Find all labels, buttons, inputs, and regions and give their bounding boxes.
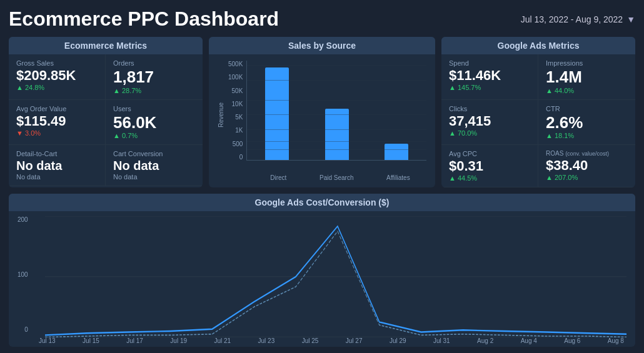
y-label-0: 0	[239, 154, 243, 161]
date-range[interactable]: Jul 13, 2022 - Aug 9, 2022 ▼	[521, 14, 635, 24]
x-label-paid-search: Paid Search	[319, 174, 353, 181]
grid-line-2	[247, 80, 426, 81]
ecommerce-metrics-panel: Ecommerce Metrics Gross Sales $209.85K 2…	[9, 37, 203, 187]
avg-order-change: 3.0%	[16, 129, 98, 137]
y-label-10k: 10K	[232, 101, 243, 107]
impressions-label: Impressions	[546, 59, 628, 67]
x-label-jul21: Jul 21	[214, 337, 231, 344]
x-label-jul13: Jul 13	[39, 337, 56, 344]
spend-value: $11.46K	[449, 68, 530, 83]
users-change: 0.7%	[113, 132, 195, 139]
metric-orders: Orders 1,817 28.7%	[106, 54, 203, 100]
x-label-jul23: Jul 23	[258, 337, 275, 344]
roas-value: $38.40	[546, 158, 628, 173]
orders-change: 28.7%	[113, 87, 195, 94]
x-label-affiliates: Affiliates	[386, 174, 410, 181]
y-label-100: 100	[18, 271, 28, 278]
metric-impressions: Impressions 1.4M 44.0%	[538, 54, 635, 100]
x-label-jul27: Jul 27	[346, 337, 363, 344]
cost-conversion-line-secondary	[45, 232, 626, 337]
avg-cpc-change: 44.5%	[449, 174, 530, 182]
y-axis-title: Revenue	[218, 102, 224, 127]
clicks-value: 37,415	[449, 114, 530, 129]
x-labels: Jul 13 Jul 15 Jul 17 Jul 19 Jul 21 Jul 2…	[36, 337, 626, 344]
bottom-y-labels: 200 100 0	[18, 216, 28, 333]
y-label-50k: 50K	[232, 87, 243, 94]
bottom-panel: Google Ads Cost/Conversion ($) 200 100 0	[9, 194, 635, 347]
orders-label: Orders	[113, 59, 195, 67]
bottom-chart-area: 200 100 0 Jul 13 Jul 15 Jul 17 Jul 19	[9, 211, 635, 347]
avg-order-label: Avg Order Value	[16, 105, 98, 112]
ctr-change: 18.1%	[546, 132, 628, 139]
bar-paid-search-rect	[325, 109, 349, 160]
x-label-jul25: Jul 25	[302, 337, 319, 344]
spend-change: 145.7%	[449, 84, 530, 91]
gross-sales-label: Gross Sales	[16, 59, 98, 67]
y-axis-labels: 0 500 1K 5K 10K 50K 100K 500K	[228, 61, 243, 161]
y-label-100k: 100K	[228, 74, 243, 81]
page-title: Ecommerce PPC Dashboard	[9, 7, 279, 31]
y-label-5k: 5K	[235, 114, 243, 121]
bar-affiliates	[385, 144, 408, 160]
bar-paid-search	[325, 109, 349, 160]
metric-users: Users 56.0K 0.7%	[106, 100, 203, 146]
sales-panel-title: Sales by Source	[209, 37, 435, 54]
metric-spend: Spend $11.46K 145.7%	[441, 54, 538, 100]
cart-conversion-value: No data	[113, 159, 195, 172]
roas-change: 207.0%	[546, 174, 628, 181]
cart-conversion-label: Cart Conversion	[113, 150, 195, 157]
avg-cpc-label: Avg CPC	[449, 150, 530, 157]
x-label-jul15: Jul 15	[83, 337, 99, 344]
x-label-jul31: Jul 31	[433, 337, 450, 344]
ctr-label: CTR	[546, 105, 628, 112]
orders-value: 1,817	[113, 68, 195, 86]
x-label-aug6: Aug 6	[564, 337, 580, 344]
metric-gross-sales: Gross Sales $209.85K 24.8%	[9, 54, 106, 100]
gross-sales-value: $209.85K	[16, 68, 98, 83]
clicks-label: Clicks	[449, 105, 530, 112]
x-label-aug4: Aug 4	[521, 337, 537, 344]
chevron-down-icon[interactable]: ▼	[626, 14, 635, 24]
metric-avg-cpc: Avg CPC $0.31 44.5%	[441, 145, 538, 187]
metric-ctr: CTR 2.6% 18.1%	[538, 100, 635, 146]
bar-direct-rect	[265, 67, 289, 160]
detail-to-cart-label: Detail-to-Cart	[16, 150, 98, 157]
ecommerce-panel-title: Ecommerce Metrics	[9, 37, 203, 54]
grid-line-3	[247, 100, 426, 101]
top-panels: Ecommerce Metrics Gross Sales $209.85K 2…	[9, 37, 635, 187]
cart-conversion-change: No data	[113, 173, 195, 181]
grid-line-7	[247, 149, 426, 150]
ecommerce-metrics-grid: Gross Sales $209.85K 24.8% Orders 1,817 …	[9, 54, 203, 186]
avg-cpc-value: $0.31	[449, 159, 530, 174]
impressions-value: 1.4M	[546, 68, 628, 86]
y-label-200: 200	[18, 216, 28, 223]
y-label-500k: 500K	[228, 61, 243, 67]
grid-line-1	[247, 65, 426, 66]
users-value: 56.0K	[113, 114, 195, 132]
y-label-1k: 1K	[235, 127, 243, 134]
grid-line-6	[247, 141, 426, 142]
metric-detail-to-cart: Detail-to-Cart No data No data	[9, 145, 106, 186]
detail-to-cart-change: No data	[16, 173, 98, 181]
detail-to-cart-value: No data	[16, 159, 98, 172]
google-ads-metrics-panel: Google Ads Metrics Spend $11.46K 145.7% …	[441, 37, 635, 187]
bar-chart	[246, 61, 426, 161]
x-label-jul19: Jul 19	[170, 337, 187, 344]
metric-roas: ROAS (conv. value/cost) $38.40 207.0%	[538, 145, 635, 187]
bar-affiliates-rect	[385, 144, 408, 160]
metric-avg-order-value: Avg Order Value $115.49 3.0%	[9, 100, 106, 146]
cost-conversion-line-main	[45, 227, 626, 336]
line-chart-svg	[45, 216, 626, 337]
users-label: Users	[113, 105, 195, 112]
x-label-jul17: Jul 17	[126, 337, 143, 344]
ctr-value: 2.6%	[546, 114, 628, 132]
clicks-change: 70.0%	[449, 129, 530, 137]
avg-order-value: $115.49	[16, 114, 98, 129]
gross-sales-change: 24.8%	[16, 84, 98, 91]
x-label-aug8: Aug 8	[608, 337, 624, 344]
metric-cart-conversion: Cart Conversion No data No data	[106, 145, 203, 186]
dashboard: Ecommerce PPC Dashboard Jul 13, 2022 - A…	[0, 0, 644, 353]
grid-line-4	[247, 114, 426, 115]
header: Ecommerce PPC Dashboard Jul 13, 2022 - A…	[9, 7, 635, 31]
roas-label: ROAS (conv. value/cost)	[546, 150, 628, 157]
